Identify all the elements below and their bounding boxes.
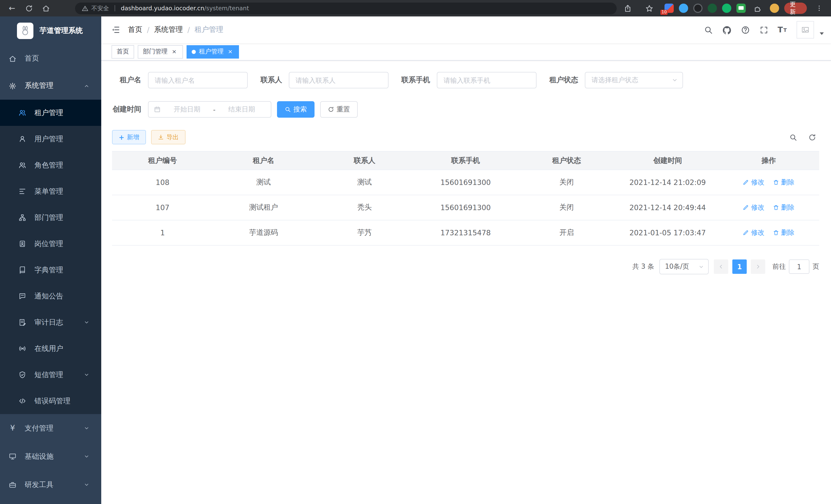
avatar[interactable] bbox=[797, 21, 814, 38]
sidebar-item-devtools[interactable]: 研发工具 bbox=[0, 471, 101, 499]
trash-icon bbox=[773, 230, 779, 236]
prev-page-button[interactable] bbox=[714, 260, 728, 274]
shield-icon bbox=[19, 371, 26, 379]
browser-reload-button[interactable] bbox=[22, 1, 36, 15]
breadcrumb-system[interactable]: 系统管理 bbox=[154, 25, 183, 34]
cell-id: 1 bbox=[112, 220, 213, 245]
sidebar-item-dict[interactable]: 字典管理 bbox=[0, 257, 101, 283]
sidebar-item-dept[interactable]: 部门管理 bbox=[0, 205, 101, 231]
tenant-status-select[interactable]: 请选择租户状态 bbox=[585, 72, 683, 88]
sidebar-item-sms[interactable]: 短信管理 bbox=[0, 362, 101, 388]
trash-icon bbox=[773, 179, 779, 185]
question-glyph bbox=[741, 25, 749, 34]
address-bar[interactable]: 不安全 dashboard.yudao.iocoder.cn/system/te… bbox=[75, 2, 617, 14]
cell-status: 开启 bbox=[516, 220, 617, 245]
browser-home-button[interactable] bbox=[39, 1, 53, 15]
tenant-name-input[interactable] bbox=[148, 72, 248, 88]
extensions-puzzle-icon[interactable] bbox=[751, 1, 765, 15]
caret-down-icon[interactable] bbox=[820, 32, 824, 35]
sidebar-item-post[interactable]: 岗位管理 bbox=[0, 231, 101, 257]
edit-button[interactable]: 修改 bbox=[743, 178, 765, 187]
browser-chrome: ← 不安全 dashboard.yudao.iocoder.cn/system/… bbox=[0, 0, 831, 17]
goto-label: 前往 bbox=[772, 262, 786, 271]
delete-button[interactable]: 删除 bbox=[773, 203, 795, 212]
sidebar-item-user[interactable]: 用户管理 bbox=[0, 126, 101, 152]
broken-image-icon bbox=[801, 26, 809, 34]
main-area: 首页 / 系统管理 / 租户管理 bbox=[101, 17, 831, 504]
current-page-button[interactable]: 1 bbox=[732, 260, 747, 274]
tab-label: 租户管理 bbox=[199, 47, 224, 56]
phone-input[interactable] bbox=[437, 72, 537, 88]
close-icon[interactable]: × bbox=[227, 48, 234, 55]
refresh-table-icon[interactable] bbox=[808, 133, 816, 141]
page-size-select[interactable]: 10条/页 bbox=[659, 259, 709, 274]
sidebar-item-menu[interactable]: 菜单管理 bbox=[0, 178, 101, 205]
cell-created: 2021-12-14 21:02:09 bbox=[617, 170, 718, 195]
gear-icon bbox=[9, 82, 17, 90]
bookmark-star-icon[interactable] bbox=[643, 1, 656, 15]
create-time-range-picker[interactable]: 开始日期 - 结束日期 bbox=[148, 101, 271, 118]
cell-phone: 15601691300 bbox=[415, 195, 516, 220]
filter-row-2: 创建时间 开始日期 - 结束日期 搜索 重置 bbox=[112, 101, 819, 118]
browser-back-button[interactable]: ← bbox=[5, 1, 19, 15]
fullscreen-icon[interactable] bbox=[755, 21, 772, 38]
delete-button[interactable]: 删除 bbox=[773, 178, 795, 187]
extension-icon[interactable]: 10 bbox=[665, 4, 674, 13]
sidebar-item-audit-log[interactable]: 审计日志 bbox=[0, 309, 101, 335]
header-search-icon[interactable] bbox=[700, 21, 716, 38]
browser-profile-avatar[interactable] bbox=[770, 4, 779, 13]
extension-icon[interactable] bbox=[708, 4, 717, 13]
edit-button[interactable]: 修改 bbox=[743, 228, 765, 237]
export-button[interactable]: 导出 bbox=[151, 130, 185, 144]
tab-dept[interactable]: 部门管理× bbox=[138, 45, 183, 58]
github-icon[interactable] bbox=[718, 21, 735, 38]
edit-label: 修改 bbox=[751, 228, 765, 237]
book-icon bbox=[19, 266, 26, 274]
delete-label: 删除 bbox=[781, 178, 795, 187]
page-body: 芋道管理系统 首页 系统管理 租户管理 用户管理 bbox=[0, 17, 831, 504]
breadcrumb-home[interactable]: 首页 bbox=[128, 25, 142, 34]
sidebar-item-notice[interactable]: 通知公告 bbox=[0, 283, 101, 309]
sidebar-item-role[interactable]: 角色管理 bbox=[0, 152, 101, 178]
org-tree-icon bbox=[19, 214, 26, 221]
font-size-icon[interactable]: TT bbox=[774, 21, 791, 38]
close-icon[interactable]: × bbox=[171, 48, 178, 55]
browser-update-button[interactable]: 更新 bbox=[784, 3, 807, 14]
extension-icon[interactable] bbox=[693, 4, 703, 13]
add-button-label: 新增 bbox=[127, 133, 139, 142]
cell-status: 关闭 bbox=[516, 170, 617, 195]
toggle-search-icon[interactable] bbox=[790, 133, 797, 141]
sidebar-item-tenant[interactable]: 租户管理 bbox=[0, 100, 101, 126]
extension-icon[interactable] bbox=[737, 4, 746, 13]
extension-icon[interactable] bbox=[679, 4, 688, 13]
goto-page-input[interactable] bbox=[789, 260, 809, 274]
table-tools bbox=[790, 133, 819, 141]
contact-input[interactable] bbox=[289, 72, 389, 88]
share-icon[interactable] bbox=[621, 1, 634, 15]
table-row: 1 芋道源码 芋艿 17321315478 开启 2021-01-05 17:0… bbox=[112, 220, 819, 245]
tab-tenant[interactable]: 租户管理× bbox=[187, 45, 239, 58]
search-button[interactable]: 搜索 bbox=[277, 101, 315, 118]
sidebar-item-error-code[interactable]: 错误码管理 bbox=[0, 388, 101, 414]
chevron-up-icon bbox=[84, 83, 89, 89]
chevron-down-icon bbox=[698, 264, 704, 269]
sidebar-item-label: 菜单管理 bbox=[34, 187, 89, 196]
add-button[interactable]: + 新增 bbox=[112, 130, 146, 144]
column-header-status: 租户状态 bbox=[516, 151, 617, 170]
browser-menu-kebab-icon[interactable] bbox=[812, 1, 826, 15]
help-icon[interactable] bbox=[737, 21, 753, 38]
app-logo: 芋道管理系统 bbox=[0, 17, 101, 45]
delete-button[interactable]: 删除 bbox=[773, 228, 795, 237]
sidebar-item-payment[interactable]: ¥ 支付管理 bbox=[0, 414, 101, 442]
tab-home[interactable]: 首页 bbox=[112, 45, 134, 58]
next-page-button[interactable] bbox=[751, 260, 765, 274]
edit-button[interactable]: 修改 bbox=[743, 203, 765, 212]
sidebar-item-home[interactable]: 首页 bbox=[0, 45, 101, 72]
sidebar-item-system[interactable]: 系统管理 bbox=[0, 72, 101, 100]
reset-button[interactable]: 重置 bbox=[320, 101, 358, 118]
sidebar-toggle-button[interactable] bbox=[101, 17, 128, 43]
sidebar-item-infra[interactable]: 基础设施 bbox=[0, 442, 101, 471]
extension-icon[interactable] bbox=[722, 4, 732, 13]
font-size-small-t: T bbox=[783, 27, 787, 33]
sidebar-item-online-user[interactable]: 在线用户 bbox=[0, 335, 101, 362]
